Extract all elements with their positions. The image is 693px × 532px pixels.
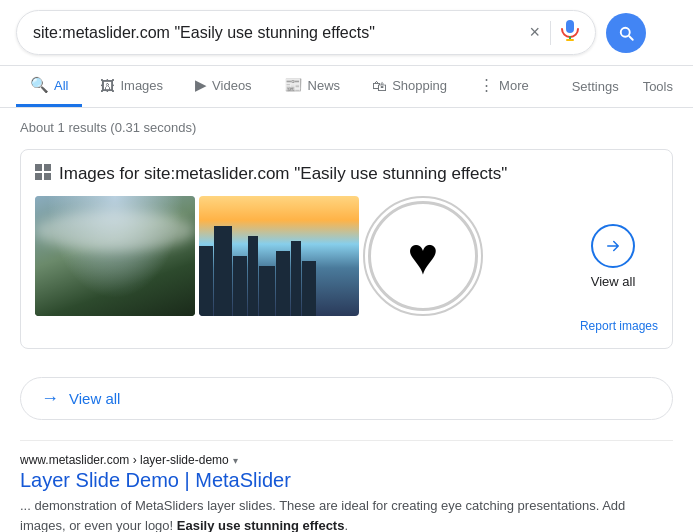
building xyxy=(276,251,290,316)
svg-rect-4 xyxy=(35,173,42,180)
thumbnail-city[interactable] xyxy=(199,196,359,316)
view-all-arrow-section: View all xyxy=(568,196,658,316)
shopping-icon: 🛍 xyxy=(372,77,387,94)
svg-rect-3 xyxy=(44,164,51,171)
city-buildings xyxy=(199,226,359,316)
building xyxy=(259,266,275,316)
tab-news-label: News xyxy=(308,78,341,93)
tab-more-label: More xyxy=(499,78,529,93)
thumbnail-heart[interactable]: ♥ xyxy=(363,196,483,316)
result-url-dropdown-icon[interactable]: ▾ xyxy=(233,455,238,466)
building xyxy=(248,236,258,316)
search-button[interactable] xyxy=(606,13,646,53)
tab-images-label: Images xyxy=(120,78,163,93)
thumbnail-container: ♥ xyxy=(35,196,564,316)
tab-more[interactable]: ⋮ More xyxy=(465,66,543,107)
report-images-link[interactable]: Report images xyxy=(580,319,658,333)
tools-link[interactable]: Tools xyxy=(639,69,677,104)
building xyxy=(214,226,232,316)
fog-overlay xyxy=(35,211,195,251)
image-grid-icon xyxy=(35,164,51,184)
building xyxy=(233,256,247,316)
view-all-arrow-button[interactable] xyxy=(591,224,635,268)
news-icon: 📰 xyxy=(284,76,303,94)
nav-tabs: 🔍 All 🖼 Images ▶ Videos 📰 News 🛍 Shoppin… xyxy=(0,66,693,108)
svg-rect-2 xyxy=(35,164,42,171)
result-title-link[interactable]: Layer Slide Demo | MetaSlider xyxy=(20,469,673,492)
tab-videos[interactable]: ▶ Videos xyxy=(181,66,266,107)
settings-link[interactable]: Settings xyxy=(568,69,623,104)
tab-all-label: All xyxy=(54,78,68,93)
svg-rect-5 xyxy=(44,173,51,180)
image-thumbnails-row: ♥ View all xyxy=(35,196,658,316)
result-url: www.metaslider.com › layer-slide-demo ▾ xyxy=(20,453,673,467)
image-results-title: Images for site:metaslider.com "Easily u… xyxy=(59,164,507,184)
mic-icon[interactable] xyxy=(561,19,579,46)
view-all-row[interactable]: → View all xyxy=(20,377,673,420)
results-count: About 1 results (0.31 seconds) xyxy=(20,120,673,135)
heart-symbol: ♥ xyxy=(408,230,439,282)
tab-all[interactable]: 🔍 All xyxy=(16,66,82,107)
search-icons: × xyxy=(529,19,579,46)
tab-images[interactable]: 🖼 Images xyxy=(86,67,177,107)
web-result: www.metaslider.com › layer-slide-demo ▾ … xyxy=(0,453,693,532)
nav-settings: Settings Tools xyxy=(568,69,677,104)
snippet-bold: Easily use stunning effects xyxy=(177,518,345,533)
videos-icon: ▶ xyxy=(195,76,207,94)
search-bar-area: site:metaslider.com "Easily use stunning… xyxy=(0,0,693,66)
image-results-header: Images for site:metaslider.com "Easily u… xyxy=(35,164,658,184)
tab-shopping-label: Shopping xyxy=(392,78,447,93)
close-icon[interactable]: × xyxy=(529,22,540,43)
divider xyxy=(550,21,551,45)
tab-shopping[interactable]: 🛍 Shopping xyxy=(358,67,461,107)
thumbnail-mountain[interactable] xyxy=(35,196,195,316)
tab-videos-label: Videos xyxy=(212,78,252,93)
more-icon: ⋮ xyxy=(479,76,494,94)
result-snippet: ... demonstration of MetaSliders layer s… xyxy=(20,496,673,532)
search-box: site:metaslider.com "Easily use stunning… xyxy=(16,10,596,55)
building xyxy=(291,241,301,316)
view-all-row-text: View all xyxy=(69,390,120,407)
search-query-text: site:metaslider.com "Easily use stunning… xyxy=(33,24,529,42)
building xyxy=(199,246,213,316)
result-url-text: www.metaslider.com › layer-slide-demo xyxy=(20,453,229,467)
view-all-row-arrow-icon: → xyxy=(41,388,59,409)
images-icon: 🖼 xyxy=(100,77,115,94)
tab-news[interactable]: 📰 News xyxy=(270,66,355,107)
report-images-container: Report images xyxy=(35,316,658,334)
view-all-label: View all xyxy=(591,274,636,289)
snippet-after: . xyxy=(344,518,348,533)
results-area: About 1 results (0.31 seconds) Images fo… xyxy=(0,108,693,377)
svg-rect-0 xyxy=(566,20,574,33)
separator xyxy=(20,440,673,441)
image-results-section: Images for site:metaslider.com "Easily u… xyxy=(20,149,673,349)
heart-circle: ♥ xyxy=(368,201,478,311)
all-icon: 🔍 xyxy=(30,76,49,94)
building xyxy=(302,261,316,316)
